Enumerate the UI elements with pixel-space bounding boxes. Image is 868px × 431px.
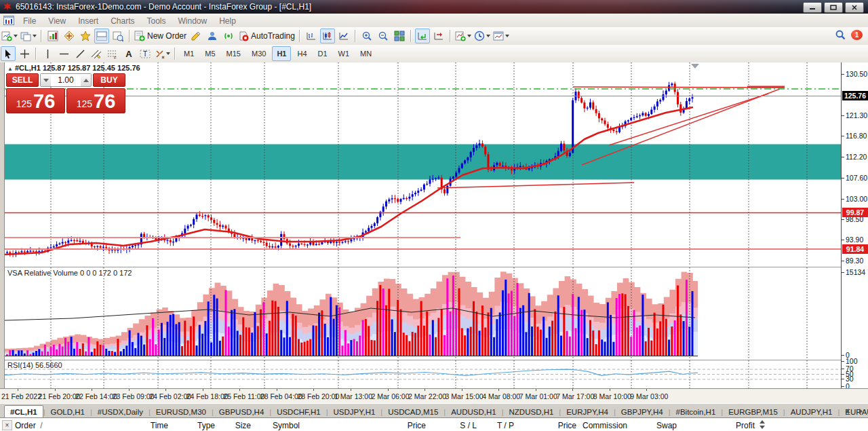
terminal-button[interactable] — [94, 29, 109, 43]
volume-value[interactable]: 1.00 — [51, 74, 81, 86]
timeframe-button-h1[interactable]: H1 — [272, 46, 291, 61]
new-order-button[interactable]: New Order — [134, 29, 187, 43]
fibonacci-tool-button[interactable]: F — [105, 46, 120, 61]
cursor-tool-button[interactable] — [1, 46, 16, 61]
chart-tab-audusdh1[interactable]: AUDUSD,H1 — [446, 406, 501, 418]
chevron-down-icon — [14, 35, 18, 37]
new-order-label: New Order — [147, 31, 186, 41]
menu-item-window[interactable]: Window — [172, 16, 214, 26]
data-window-button[interactable] — [62, 29, 77, 43]
price-axis[interactable]: 130.50121.30116.80112.20107.60103.0098.5… — [841, 62, 868, 388]
text-tool-button[interactable]: A — [121, 46, 136, 61]
rsi-indicator-pane[interactable]: RSI(14) 56.5660 — [5, 360, 841, 388]
menu-item-help[interactable]: Help — [213, 16, 242, 26]
terminal-scroll-spinner[interactable] — [760, 420, 765, 429]
menu-item-charts[interactable]: Charts — [104, 16, 140, 26]
bar-chart-type-button[interactable] — [304, 29, 319, 43]
buy-button[interactable]: BUY — [93, 73, 125, 87]
buy-price-button[interactable]: 125 76 — [66, 88, 125, 113]
timeframe-button-m5[interactable]: M5 — [200, 46, 220, 61]
autotrading-label: AutoTrading — [251, 31, 295, 41]
crosshair-tool-button[interactable] — [17, 46, 32, 61]
horizontal-line-tool-button[interactable] — [56, 46, 71, 61]
chart-tab-usdcadm15[interactable]: USDCAD,M15 — [382, 406, 443, 418]
zoom-out-button[interactable] — [376, 29, 391, 43]
menu-item-insert[interactable]: Insert — [72, 16, 104, 26]
timeframe-button-d1[interactable]: D1 — [313, 46, 332, 61]
notification-badge[interactable]: 1 — [851, 30, 863, 40]
timeframe-button-m30[interactable]: M30 — [247, 46, 271, 61]
community-button[interactable] — [205, 29, 220, 43]
periods-button[interactable] — [473, 29, 491, 43]
chart-tab-bitcoinh1[interactable]: #Bitcoin,H1 — [671, 406, 722, 418]
trendline-tool-button[interactable] — [73, 46, 87, 61]
chart-tab-audjpyh1[interactable]: AUDJPY,H1 — [785, 406, 838, 418]
strategy-tester-button[interactable] — [111, 29, 125, 43]
chart-tab-clh1[interactable]: #CL,H1 — [4, 405, 43, 418]
price-tick-label: 89.30 — [846, 257, 863, 265]
tile-windows-button[interactable] — [392, 29, 407, 43]
new-chart-button[interactable] — [1, 29, 18, 43]
chart-tab-eurusdm30[interactable]: EURUSD,M30 — [151, 406, 212, 418]
chart-tab-usdxdaily[interactable]: #USDX,Daily — [92, 406, 149, 418]
metaeditor-button[interactable] — [189, 29, 203, 43]
time-axis[interactable]: 21 Feb 202221 Feb 20:0022 Feb 14:0023 Fe… — [0, 388, 868, 404]
volume-increase-button[interactable] — [81, 74, 91, 86]
timeframe-button-h4[interactable]: H4 — [292, 46, 311, 61]
minimize-button[interactable] — [803, 2, 822, 13]
vertical-line-tool-button[interactable] — [40, 46, 55, 61]
auto-scroll-button[interactable] — [415, 29, 430, 43]
volume-decrease-button[interactable] — [41, 74, 51, 86]
chart-tab-gbpusdh4[interactable]: GBPUSD,H4 — [214, 406, 269, 418]
time-tick — [351, 389, 351, 391]
chart-tab-goldh1[interactable]: GOLD,H1 — [45, 406, 90, 418]
line-chart-type-button[interactable] — [336, 29, 351, 43]
profiles-button[interactable] — [20, 29, 37, 43]
timeframe-button-m15[interactable]: M15 — [222, 46, 245, 61]
tabs-scroll-left-button[interactable] — [842, 407, 852, 416]
svg-text:T: T — [143, 50, 147, 58]
chart-tab-eurgbpm15[interactable]: EURGBP,M15 — [723, 406, 783, 418]
navigator-button[interactable] — [78, 29, 93, 43]
axis-tick — [842, 219, 844, 220]
tabs-scroll-right-button[interactable] — [856, 407, 865, 416]
chart-shift-button[interactable] — [431, 29, 446, 43]
close-button[interactable] — [845, 2, 864, 13]
main-chart-pane[interactable]: ▲ #CL,H1 125.87 125.87 125.45 125.76 SEL… — [5, 62, 841, 266]
templates-button[interactable] — [492, 29, 510, 43]
menu-item-view[interactable]: View — [42, 16, 72, 26]
chart-tab-nzdusdh1[interactable]: NZDUSD,H1 — [504, 406, 559, 418]
menu-item-file[interactable]: File — [17, 16, 42, 26]
indicators-button[interactable] — [454, 29, 472, 43]
sell-button[interactable]: SELL — [6, 73, 39, 87]
channel-tool-button[interactable] — [89, 46, 104, 61]
volume-indicator-pane[interactable]: VSA Relative Volume 0 0 0 172 0 172 — [5, 267, 841, 360]
price-tick-label: 93.90 — [846, 236, 863, 244]
maximize-button[interactable] — [824, 2, 843, 13]
text-label-tool-button[interactable]: T — [138, 46, 153, 61]
arrows-tool-button[interactable] — [154, 46, 171, 61]
chart-tab-eurjpyh4[interactable]: EURJPY,H4 — [561, 406, 614, 418]
chart-tab-gbpjpyh4[interactable]: GBPJPY,H4 — [616, 406, 669, 418]
terminal-column-profit[interactable]: Profit — [0, 421, 755, 430]
search-icon[interactable] — [835, 29, 846, 40]
autotrading-button[interactable]: AutoTrading — [237, 29, 296, 43]
ohlc-expander-icon[interactable]: ▲ — [7, 66, 13, 72]
chart-window-icon[interactable] — [3, 16, 14, 25]
time-tick — [498, 389, 499, 391]
menu-item-tools[interactable]: Tools — [141, 16, 172, 26]
zoom-in-button[interactable] — [359, 29, 374, 43]
news-broadcast-button[interactable] — [221, 29, 236, 43]
sell-price-button[interactable]: 125 76 — [6, 88, 65, 113]
timeframe-button-mn[interactable]: MN — [355, 46, 376, 61]
timeframe-button-w1[interactable]: W1 — [334, 46, 355, 61]
menu-items: FileViewInsertChartsToolsWindowHelp — [17, 14, 242, 26]
time-tick — [313, 389, 314, 391]
chart-tab-usdjpyh1[interactable]: USDJPY,H1 — [328, 406, 381, 418]
candlestick-chart-type-button[interactable] — [320, 29, 335, 43]
chevron-down-icon — [486, 35, 490, 37]
line-studies-toolbar: F A T M1M5M15M30H1H4D1W1MN — [0, 45, 868, 63]
timeframe-button-m1[interactable]: M1 — [179, 46, 199, 61]
market-watch-button[interactable] — [45, 29, 60, 43]
chart-tab-usdchfh1[interactable]: USDCHF,H1 — [271, 406, 326, 418]
